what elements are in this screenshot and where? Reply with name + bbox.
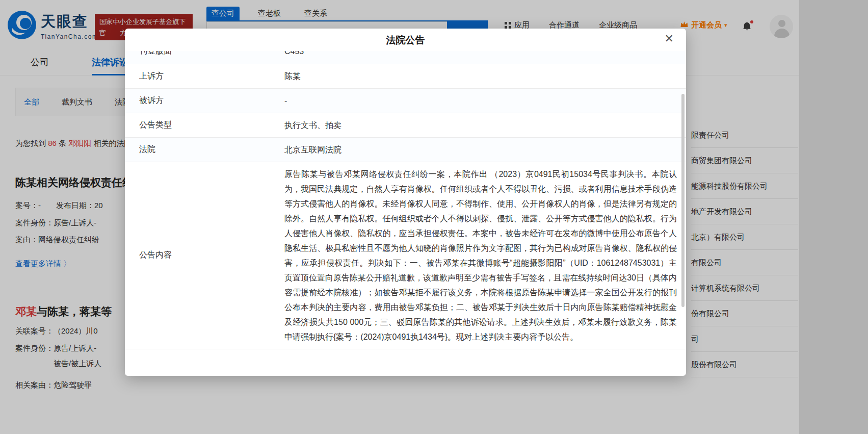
modal-body: 刊登版面 C453 上诉方 陈某 被诉方 - 公告类型 执行文书、拍卖 法院	[125, 51, 686, 376]
field-label: 被诉方	[125, 88, 276, 113]
field-value: -	[276, 88, 686, 113]
table-row: 刊登版面 C453	[125, 51, 686, 64]
table-row: 公告类型 执行文书、拍卖	[125, 113, 686, 137]
field-label: 法院	[125, 137, 276, 162]
field-label: 公告内容	[125, 162, 276, 349]
field-label: 刊登版面	[125, 51, 276, 64]
field-value: C453	[276, 51, 686, 64]
close-icon[interactable]: ✕	[665, 33, 674, 44]
table-row: 法院 北京互联网法院	[125, 137, 686, 162]
announcement-table: 刊登版面 C453 上诉方 陈某 被诉方 - 公告类型 执行文书、拍卖 法院	[125, 51, 686, 349]
field-value: 陈某	[276, 64, 686, 88]
field-label: 上诉方	[125, 64, 276, 88]
modal-title: 法院公告	[125, 29, 686, 52]
field-label: 公告类型	[125, 113, 276, 137]
modal-header: 法院公告 ✕	[125, 29, 686, 51]
field-value: 执行文书、拍卖	[276, 113, 686, 137]
table-row: 被诉方 -	[125, 88, 686, 113]
table-row: 公告内容 原告陈某与被告邓某网络侵权责任纠纷一案，本院作出 （2023）京049…	[125, 162, 686, 349]
field-value: 北京互联网法院	[276, 137, 686, 162]
field-value: 原告陈某与被告邓某网络侵权责任纠纷一案，本院作出 （2023）京0491民初15…	[276, 162, 686, 349]
table-row: 上诉方 陈某	[125, 64, 686, 88]
court-announcement-modal: 法院公告 ✕ 刊登版面 C453 上诉方 陈某 被诉方 - 公告类型	[125, 29, 686, 376]
modal-scrollbar-thumb[interactable]	[681, 94, 685, 307]
